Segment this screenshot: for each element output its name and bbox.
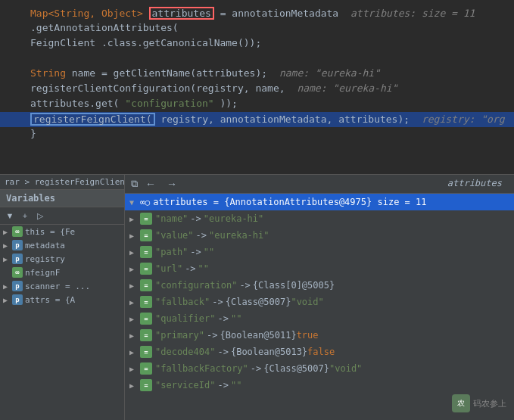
var-name: registry bbox=[25, 254, 65, 264]
var-type-icon: ∞ bbox=[12, 267, 23, 278]
expand-icon: ▶ bbox=[129, 348, 140, 356]
item-value-str: "void" bbox=[291, 297, 323, 307]
debug-item[interactable]: ▶ = "configuration" -> {Class[0]@5005} bbox=[125, 277, 514, 294]
code-line-7: attributes.get( "configuration" )); bbox=[0, 97, 514, 112]
code-line-8-selected: registerFeignClient( registry, annotatio… bbox=[0, 112, 514, 127]
code-content: registerClientConfiguration(registry, na… bbox=[30, 82, 514, 94]
code-line-3: FeignClient .class.getCanonicalName()); bbox=[0, 36, 514, 51]
item-key: "decode404" bbox=[155, 347, 215, 357]
code-content: String name = getClientName(attributes);… bbox=[30, 67, 514, 79]
expand-icon: ▶ bbox=[129, 365, 140, 373]
arrow: -> bbox=[190, 247, 201, 257]
arrow: -> bbox=[239, 280, 250, 291]
code-line-4 bbox=[0, 51, 514, 67]
panel-title: attributes bbox=[447, 178, 502, 188]
item-key: "fallbackFactory" bbox=[155, 363, 248, 374]
debug-item[interactable]: ▶ = "path" -> "" bbox=[125, 244, 514, 260]
type-icon: = bbox=[140, 379, 152, 391]
list-item: ∞ nfeignF bbox=[0, 266, 124, 279]
item-key: "url" bbox=[155, 263, 182, 274]
item-key: "fallback" bbox=[155, 297, 210, 307]
var-name: this bbox=[25, 227, 45, 237]
item-key: "value" bbox=[155, 230, 194, 241]
debug-list: ▼ ∞○ attributes = {AnnotationAttributes@… bbox=[125, 194, 514, 420]
debug-item[interactable]: ▶ = "serviceId" -> "" bbox=[125, 377, 514, 394]
var-value: = {A bbox=[50, 295, 75, 305]
expand-icon: ▶ bbox=[129, 282, 140, 290]
root-label: attributes = {AnnotationAttributes@4975}… bbox=[153, 197, 426, 207]
var-name: scanner bbox=[25, 282, 60, 291]
code-token: )); bbox=[220, 98, 237, 109]
code-line-9: } bbox=[0, 127, 514, 142]
item-bool: false bbox=[307, 347, 335, 357]
debug-item[interactable]: ▶ = "qualifier" -> "" bbox=[125, 310, 514, 327]
code-content bbox=[30, 52, 514, 64]
code-token: name = getClientName(attributes); bbox=[72, 67, 267, 79]
type-icon: = bbox=[140, 313, 152, 325]
debug-item[interactable]: ▶ = "url" -> "" bbox=[125, 260, 514, 277]
code-comment: attributes: size = 11 bbox=[350, 8, 475, 19]
code-line-6: registerClientConfiguration(registry, na… bbox=[0, 82, 514, 97]
debug-root-item[interactable]: ▼ ∞○ attributes = {AnnotationAttributes@… bbox=[125, 194, 514, 210]
type-symbol: ∞○ bbox=[140, 198, 150, 207]
copy-icon[interactable]: ⧉ bbox=[131, 178, 138, 190]
code-token: registerClientConfiguration(registry, na… bbox=[30, 82, 285, 94]
list-item: ▶ p attrs = {A bbox=[0, 293, 124, 306]
list-item: ▶ p metadata bbox=[0, 238, 124, 252]
arrow: -> bbox=[190, 213, 201, 224]
item-value: "eureka-hi" bbox=[204, 213, 263, 224]
filter-button[interactable]: ▼ bbox=[3, 209, 17, 222]
variables-header: Variables bbox=[0, 190, 124, 207]
type-icon: = bbox=[140, 279, 152, 291]
expand-button[interactable]: ▷ bbox=[33, 209, 47, 222]
type-icon: = bbox=[140, 296, 152, 308]
debug-panel: ⧉ ← → attributes ▼ ∞○ attributes = {Anno… bbox=[125, 175, 514, 420]
type-icon: = bbox=[140, 346, 152, 358]
expand-icon: ▶ bbox=[129, 331, 140, 340]
expand-arrow-icon: ▶ bbox=[3, 282, 12, 291]
back-button[interactable]: ← bbox=[142, 177, 159, 191]
add-button[interactable]: + bbox=[18, 209, 32, 222]
item-value: "" bbox=[204, 247, 214, 257]
code-content: FeignClient .class.getCanonicalName()); bbox=[30, 37, 514, 48]
arrow: -> bbox=[196, 230, 207, 241]
item-key: "qualifier" bbox=[155, 313, 215, 324]
watermark-icon: 农 bbox=[452, 394, 470, 412]
expand-icon: ▶ bbox=[129, 381, 140, 390]
code-token: Map<String, Object> bbox=[30, 8, 143, 19]
breadcrumb: rar > registerFeignClient bbox=[0, 175, 124, 190]
item-value: {Boolean@5013} bbox=[231, 347, 307, 357]
debug-toolbar: ⧉ ← → attributes bbox=[125, 175, 514, 194]
var-type-icon: p bbox=[12, 281, 23, 291]
code-comment: registry: "org bbox=[422, 114, 505, 125]
type-icon: = bbox=[140, 362, 152, 375]
var-type-icon: p bbox=[12, 254, 23, 264]
code-content: registerFeignClient( registry, annotatio… bbox=[30, 113, 514, 126]
debug-item[interactable]: ▶ = "decode404" -> {Boolean@5013} false bbox=[125, 344, 514, 360]
expand-icon: ▶ bbox=[129, 248, 140, 257]
debug-item[interactable]: ▶ = "name" -> "eureka-hi" bbox=[125, 210, 514, 227]
arrow: -> bbox=[217, 313, 228, 324]
debug-item[interactable]: ▶ = "primary" -> {Boolean@5011} true bbox=[125, 327, 514, 344]
expand-icon: ▶ bbox=[129, 265, 140, 273]
expand-icon: ▶ bbox=[129, 315, 140, 323]
debug-item[interactable]: ▶ = "fallback" -> {Class@5007} "void" bbox=[125, 294, 514, 310]
arrow: -> bbox=[212, 297, 223, 307]
list-item: ▶ p registry bbox=[0, 252, 124, 266]
forward-button[interactable]: → bbox=[164, 177, 180, 191]
expand-icon: ▶ bbox=[129, 215, 140, 223]
code-token: .class.getCanonicalName()); bbox=[101, 37, 261, 48]
expand-icon: ▶ bbox=[129, 232, 140, 240]
code-token: "configuration" bbox=[125, 98, 213, 109]
watermark: 农 码农参上 bbox=[452, 394, 506, 412]
item-value: {Class[0]@5005} bbox=[253, 280, 335, 291]
code-token: attributes.get( bbox=[30, 98, 119, 109]
var-value: = ... bbox=[60, 282, 90, 291]
var-value: = {Fe bbox=[45, 227, 76, 237]
debug-item[interactable]: ▶ = "fallbackFactory" -> {Class@5007} "v… bbox=[125, 360, 514, 377]
var-name: nfeignF bbox=[25, 268, 60, 278]
item-value: "" bbox=[231, 380, 241, 390]
code-line-2: .getAnnotationAttributes( bbox=[0, 21, 514, 36]
debug-item[interactable]: ▶ = "value" -> "eureka-hi" bbox=[125, 227, 514, 244]
arrow: -> bbox=[251, 363, 261, 374]
